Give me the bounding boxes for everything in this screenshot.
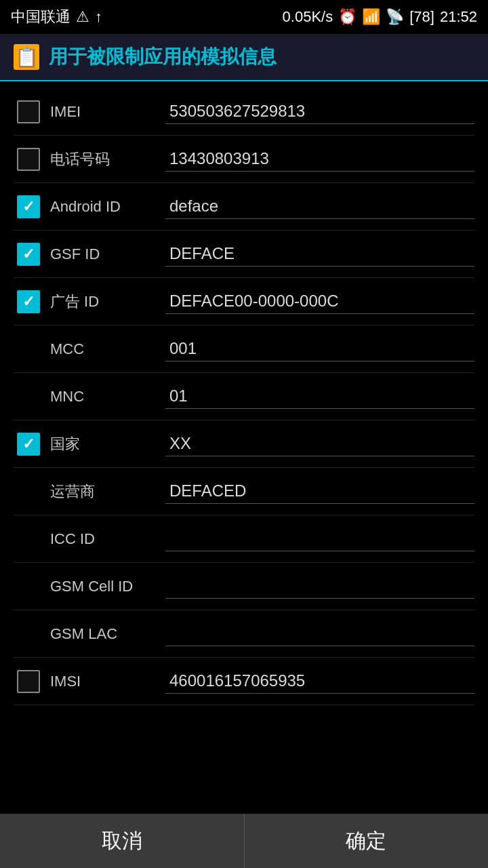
label-phone: 电话号码 bbox=[43, 149, 165, 170]
checkbox-phone[interactable] bbox=[17, 148, 40, 171]
label-imei: IMEI bbox=[43, 103, 165, 121]
label-country: 国家 bbox=[43, 434, 165, 454]
checkbox-cell-imei bbox=[14, 100, 43, 123]
bottom-bar: 取消 确定 bbox=[0, 814, 488, 868]
checkbox-android-id[interactable] bbox=[17, 195, 40, 218]
value-gsm-cell-id[interactable] bbox=[165, 574, 474, 599]
network-speed: 0.05K/s bbox=[283, 8, 333, 26]
value-country[interactable]: XX bbox=[165, 431, 474, 456]
title-bar: 📋 用于被限制应用的模拟信息 bbox=[0, 34, 488, 81]
clock-icon: ⏰ bbox=[338, 8, 357, 26]
row-imei: IMEI530503627529813 bbox=[14, 88, 474, 136]
content-area: IMEI530503627529813电话号码13430803913Androi… bbox=[0, 81, 488, 814]
row-ad-id: 广告 IDDEFACE00-0000-000C bbox=[14, 278, 474, 326]
value-mnc[interactable]: 01 bbox=[165, 384, 474, 409]
row-gsm-cell-id: GSM Cell ID bbox=[14, 563, 474, 610]
row-mcc: MCC001 bbox=[14, 326, 474, 373]
checkbox-cell-imsi bbox=[14, 670, 43, 693]
warning-icon: ⚠ bbox=[76, 8, 89, 26]
row-gsf-id: GSF IDDEFACE bbox=[14, 231, 474, 278]
signal-icon: 📡 bbox=[386, 8, 404, 26]
label-mnc: MNC bbox=[43, 388, 165, 406]
checkbox-cell-ad-id bbox=[14, 290, 43, 313]
status-right: 0.05K/s ⏰ 📶 📡 [78] 21:52 bbox=[283, 8, 477, 26]
wifi-icon: 📶 bbox=[362, 8, 380, 26]
label-imsi: IMSI bbox=[43, 673, 165, 690]
checkbox-imsi[interactable] bbox=[17, 670, 40, 693]
title-icon: 📋 bbox=[14, 44, 39, 70]
cancel-button[interactable]: 取消 bbox=[0, 814, 245, 868]
value-android-id[interactable]: deface bbox=[165, 194, 474, 219]
title-text: 用于被限制应用的模拟信息 bbox=[49, 44, 277, 70]
checkbox-ad-id[interactable] bbox=[17, 290, 40, 313]
row-country: 国家XX bbox=[14, 420, 474, 468]
status-bar: 中国联通 ⚠ ↑ 0.05K/s ⏰ 📶 📡 [78] 21:52 bbox=[0, 0, 488, 34]
label-android-id: Android ID bbox=[43, 198, 165, 216]
upload-icon: ↑ bbox=[95, 8, 102, 26]
label-icc-id: ICC ID bbox=[43, 530, 165, 548]
value-gsf-id[interactable]: DEFACE bbox=[165, 241, 474, 267]
row-operator: 运营商DEFACED bbox=[14, 468, 474, 515]
value-imsi[interactable]: 460016157065935 bbox=[165, 669, 474, 694]
value-icc-id[interactable] bbox=[165, 527, 474, 551]
checkbox-country[interactable] bbox=[17, 433, 40, 456]
row-mnc: MNC01 bbox=[14, 373, 474, 420]
row-phone: 电话号码13430803913 bbox=[14, 136, 474, 183]
confirm-button[interactable]: 确定 bbox=[245, 814, 489, 868]
label-operator: 运营商 bbox=[43, 481, 165, 502]
checkbox-cell-country bbox=[14, 433, 43, 456]
checkbox-cell-phone bbox=[14, 148, 43, 171]
battery-icon: [78] bbox=[409, 8, 434, 26]
checkbox-cell-gsf-id bbox=[14, 243, 43, 266]
label-gsf-id: GSF ID bbox=[43, 245, 165, 263]
label-mcc: MCC bbox=[43, 340, 165, 358]
row-imsi: IMSI460016157065935 bbox=[14, 658, 474, 705]
status-left: 中国联通 ⚠ ↑ bbox=[11, 7, 102, 27]
checkbox-cell-android-id bbox=[14, 195, 43, 218]
value-phone[interactable]: 13430803913 bbox=[165, 146, 474, 172]
value-gsm-lac[interactable] bbox=[165, 622, 474, 646]
row-icc-id: ICC ID bbox=[14, 515, 474, 563]
carrier-label: 中国联通 bbox=[11, 7, 70, 27]
label-gsm-cell-id: GSM Cell ID bbox=[43, 578, 165, 595]
time-label: 21:52 bbox=[440, 8, 477, 26]
value-imei[interactable]: 530503627529813 bbox=[165, 99, 474, 124]
value-mcc[interactable]: 001 bbox=[165, 336, 474, 361]
row-gsm-lac: GSM LAC bbox=[14, 610, 474, 658]
value-operator[interactable]: DEFACED bbox=[165, 479, 474, 504]
value-ad-id[interactable]: DEFACE00-0000-000C bbox=[165, 289, 474, 314]
checkbox-gsf-id[interactable] bbox=[17, 243, 40, 266]
checkbox-imei[interactable] bbox=[17, 100, 40, 123]
row-android-id: Android IDdeface bbox=[14, 183, 474, 231]
label-ad-id: 广告 ID bbox=[43, 292, 165, 312]
label-gsm-lac: GSM LAC bbox=[43, 625, 165, 643]
